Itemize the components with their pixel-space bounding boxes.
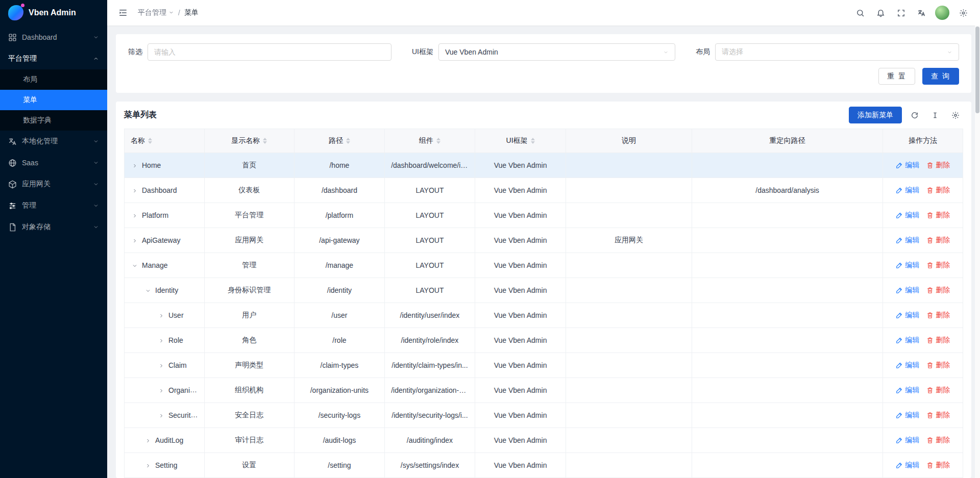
delete-button[interactable]: 删除 [926,311,950,320]
cell-component: /identity/user/index [385,303,475,328]
edit-button[interactable]: 编辑 [896,186,919,195]
add-menu-button[interactable]: 添加新菜单 [849,107,902,123]
layout-select[interactable]: 请选择 [715,43,959,61]
notification-bell-icon[interactable] [872,4,889,21]
cell-component: LAYOUT [385,178,475,203]
table-row[interactable]: User用户/user/identity/user/indexVue Vben … [125,303,963,328]
delete-button[interactable]: 删除 [926,386,950,395]
cell-framework: Vue Vben Admin [475,153,566,178]
edit-button[interactable]: 编辑 [896,211,919,220]
table-row[interactable]: Claim声明类型/claim-types/identity/claim-typ… [125,353,963,378]
sort-icon[interactable] [263,138,267,144]
ui-framework-select[interactable]: Vue Vben Admin [438,43,675,61]
delete-button[interactable]: 删除 [926,336,950,345]
table-row[interactable]: Platform平台管理/platformLAYOUTVue Vben Admi… [125,203,963,228]
edit-button[interactable]: 编辑 [896,461,919,470]
edit-button[interactable]: 编辑 [896,311,919,320]
vertical-scrollbar[interactable] [975,26,980,478]
expand-row-icon[interactable] [145,463,151,469]
settings-gear-icon[interactable] [954,4,972,21]
expand-row-icon[interactable] [158,338,164,344]
table-row[interactable]: Setting设置/setting/sys/settings/indexVue … [125,453,963,478]
edit-button[interactable]: 编辑 [896,436,919,445]
edit-button[interactable]: 编辑 [896,361,919,370]
expand-row-icon[interactable] [132,163,138,169]
delete-button[interactable]: 删除 [926,286,950,295]
edit-button[interactable]: 编辑 [896,236,919,245]
search-icon[interactable] [851,4,869,21]
column-label: 显示名称 [231,136,260,145]
sidebar-item-saas[interactable]: Saas [0,152,107,173]
sidebar-item-platform[interactable]: 平台管理 [0,48,107,69]
column-header-redirect: 重定向路径 [692,129,883,153]
edit-button[interactable]: 编辑 [896,411,919,420]
sidebar-item-localization[interactable]: 本地化管理 [0,131,107,152]
edit-button[interactable]: 编辑 [896,386,919,395]
app-logo[interactable]: Vben Admin [0,0,107,26]
sort-icon[interactable] [346,138,350,144]
sort-icon[interactable] [436,138,440,144]
row-height-icon[interactable] [927,108,943,123]
scrollbar-thumb[interactable] [975,27,979,113]
table-row[interactable]: Manage管理/manageLAYOUTVue Vben Admin编辑删除 [125,253,963,278]
column-header-name[interactable]: 名称 [125,129,205,153]
sort-icon[interactable] [531,138,535,144]
expand-row-icon[interactable] [145,438,151,444]
delete-button[interactable]: 删除 [926,436,950,445]
sidebar-item-gateway[interactable]: 应用网关 [0,173,107,195]
query-button[interactable]: 查 询 [922,68,959,85]
delete-button[interactable]: 删除 [926,461,950,470]
user-avatar[interactable] [935,6,949,20]
keyword-input-field[interactable] [154,48,385,56]
column-header-framework[interactable]: UI框架 [475,129,566,153]
expand-row-icon[interactable] [158,388,164,394]
edit-button[interactable]: 编辑 [896,286,919,295]
delete-button[interactable]: 删除 [926,361,950,370]
edit-button[interactable]: 编辑 [896,261,919,270]
expand-row-icon[interactable] [158,363,164,369]
sidebar-item-dictionary[interactable]: 数据字典 [0,110,107,131]
collapse-sidebar-icon[interactable] [115,5,131,20]
table-row[interactable]: ApiGateway应用网关/api-gatewayLAYOUTVue Vben… [125,228,963,253]
reset-button[interactable]: 重 置 [878,68,915,85]
table-row[interactable]: Home首页/home/dashboard/welcome/in...Vue V… [125,153,963,178]
edit-button[interactable]: 编辑 [896,336,919,345]
cell-framework: Vue Vben Admin [475,353,566,378]
table-settings-gear-icon[interactable] [948,108,963,123]
expand-row-icon[interactable] [158,313,164,319]
sidebar-item-manage[interactable]: 管理 [0,195,107,216]
delete-button[interactable]: 删除 [926,211,950,220]
expand-row-icon[interactable] [132,213,138,219]
table-row[interactable]: Role角色/role/identity/role/indexVue Vben … [125,328,963,353]
collapse-row-icon[interactable] [132,263,138,269]
sidebar-item-dashboard[interactable]: Dashboard [0,27,107,48]
expand-row-icon[interactable] [132,188,138,194]
cell-description [566,378,692,403]
table-row[interactable]: Organiz...组织机构/organization-units/identi… [125,378,963,403]
sidebar-item-layout[interactable]: 布局 [0,69,107,90]
breadcrumb-item-platform[interactable]: 平台管理 [138,8,174,17]
column-header-path[interactable]: 路径 [294,129,384,153]
column-header-display_name[interactable]: 显示名称 [204,129,294,153]
table-row[interactable]: Security...安全日志/security-logs/identity/s… [125,403,963,428]
delete-button[interactable]: 删除 [926,261,950,270]
language-icon[interactable] [913,4,930,21]
collapse-row-icon[interactable] [145,288,151,294]
delete-button[interactable]: 删除 [926,161,950,170]
delete-button[interactable]: 删除 [926,411,950,420]
table-row[interactable]: Identity身份标识管理/identityLAYOUTVue Vben Ad… [125,278,963,303]
column-header-component[interactable]: 组件 [385,129,475,153]
table-row[interactable]: Dashboard仪表板/dashboardLAYOUTVue Vben Adm… [125,178,963,203]
sidebar-item-storage[interactable]: 对象存储 [0,216,107,238]
keyword-input[interactable] [148,43,391,61]
edit-button[interactable]: 编辑 [896,161,919,170]
delete-button[interactable]: 删除 [926,236,950,245]
delete-button[interactable]: 删除 [926,186,950,195]
sidebar-item-menu[interactable]: 菜单 [0,90,107,110]
fullscreen-icon[interactable] [892,4,910,21]
table-row[interactable]: AuditLog审计日志/audit-logs/auditing/indexVu… [125,428,963,453]
sort-icon[interactable] [148,138,152,144]
refresh-icon[interactable] [907,108,922,123]
expand-row-icon[interactable] [132,238,138,244]
expand-row-icon[interactable] [158,413,164,419]
